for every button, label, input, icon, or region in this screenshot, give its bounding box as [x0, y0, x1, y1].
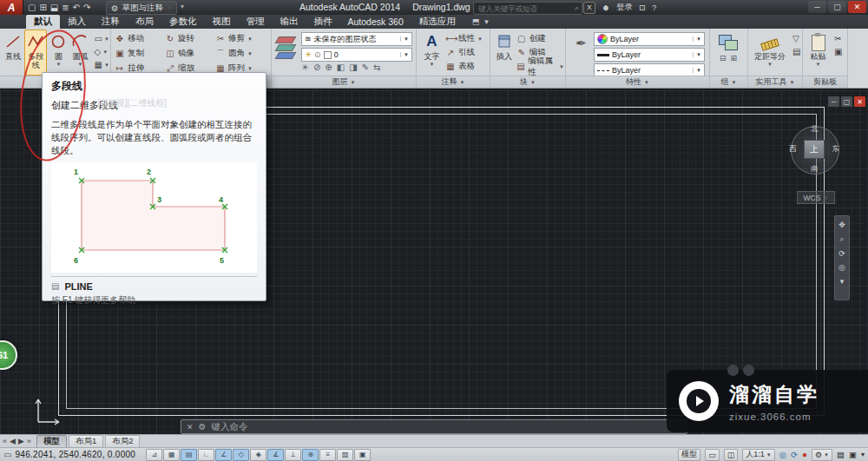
layer-lock-icon[interactable]: ◧	[337, 63, 345, 72]
circle-button[interactable]: 圆 ▼	[48, 30, 69, 76]
plot-icon[interactable]: ≣	[62, 3, 69, 12]
toggle-quick-properties[interactable]: ▣	[354, 449, 371, 461]
quick-select-icon[interactable]: ▽	[792, 33, 800, 44]
viewport-controls[interactable]: [-][俯视][二维线框]	[97, 97, 167, 109]
move-button[interactable]: ✥移动	[115, 31, 165, 46]
toggle-3d-osnap[interactable]: ◈	[250, 449, 266, 461]
panel-label-properties[interactable]: 特性▼	[566, 76, 709, 88]
new-file-icon[interactable]: ▢	[28, 3, 36, 12]
layer-off-icon[interactable]: ☀	[301, 63, 309, 72]
layer-combo[interactable]: ☀ ⊙ 0 ▼	[301, 48, 412, 62]
layer-prev-icon[interactable]: ⇆	[373, 63, 380, 72]
tab-output[interactable]: 输出	[273, 15, 306, 29]
cut-icon[interactable]: ✂	[834, 33, 842, 44]
tab-home[interactable]: 默认	[26, 15, 60, 29]
toggle-ortho[interactable]: ∟	[198, 449, 214, 461]
toggle-lineweight[interactable]: ≡	[319, 449, 336, 461]
panel-label-utilities[interactable]: 实用工具▼	[748, 76, 802, 88]
prev-tab-arrow[interactable]: ◀	[10, 437, 16, 445]
close-button[interactable]: ✕	[848, 1, 866, 13]
last-tab-arrow[interactable]: »	[27, 437, 31, 445]
layer-state-combo[interactable]: ≋ 未保存的图层状态 ▼	[301, 32, 412, 46]
qat-menu-caret[interactable]: ▾	[181, 3, 184, 10]
toggle-snap[interactable]: ▦	[163, 449, 180, 461]
panel-label-annotation[interactable]: 注释▼	[417, 76, 490, 88]
fillet-button[interactable]: ⌒圆角▼	[215, 46, 270, 61]
mirror-button[interactable]: ◫镜像	[165, 46, 215, 61]
tab-plugins[interactable]: 插件	[306, 15, 340, 29]
line-button[interactable]: 直线	[3, 30, 23, 76]
clean-screen-icon[interactable]: ▣	[849, 450, 857, 459]
tab-featured-apps[interactable]: 精选应用	[411, 15, 464, 29]
pan-icon[interactable]: ✥	[838, 221, 845, 229]
tab-manage[interactable]: 管理	[239, 15, 273, 29]
toggle-dynamic-input[interactable]: ⊕	[302, 449, 319, 461]
trim-button[interactable]: ✂修剪▼	[215, 31, 270, 46]
edit-attributes-button[interactable]: ▤编辑属性▼	[516, 60, 564, 73]
compass-south[interactable]: 南	[811, 164, 819, 175]
group-button[interactable]	[719, 35, 738, 50]
annotation-scale-button[interactable]: 人1:1▼	[742, 449, 774, 461]
steering-wheel-icon[interactable]: ◎	[838, 263, 845, 272]
quick-view-drawings-icon[interactable]: ◫	[724, 449, 739, 461]
layer-match-icon[interactable]: ◨	[349, 63, 357, 72]
match-properties-button[interactable]: ✒	[569, 31, 594, 53]
annotation-visibility-icon[interactable]: ◎	[779, 450, 786, 459]
ribbon-minimize-caret[interactable]: ▾	[484, 17, 489, 26]
tab-autodesk360[interactable]: Autodesk 360	[340, 15, 411, 29]
command-prompt[interactable]: 键入命令	[212, 421, 248, 433]
ucs-selector[interactable]: WCS ▼	[797, 191, 835, 204]
tab-layout1[interactable]: 布局1	[69, 435, 103, 448]
save-icon[interactable]: ⬓	[50, 3, 58, 12]
rotate-button[interactable]: ↻旋转	[165, 31, 215, 46]
leader-button[interactable]: ↗引线	[445, 46, 483, 59]
text-button[interactable]: A 文字 ▼	[419, 30, 444, 76]
command-line[interactable]: ✕ ⚙ 键入命令	[181, 419, 687, 434]
measure-button[interactable]: 定距等分 ▼	[751, 30, 789, 76]
compass-west[interactable]: 西	[789, 144, 797, 155]
workspace-selector[interactable]: ⚙ 草图与注释 ▼	[106, 1, 177, 15]
tab-layout2[interactable]: 布局2	[105, 435, 140, 448]
autodesk360-icon[interactable]: X	[583, 2, 595, 14]
status-menu-caret[interactable]: ▾	[861, 451, 865, 458]
rectangle-tool-button[interactable]: ▭▼	[95, 33, 109, 44]
linetype-combo[interactable]: ByLayer ▼	[594, 63, 705, 76]
layer-freeze-icon[interactable]: ⊕	[325, 63, 332, 72]
toggle-osnap[interactable]: ◇	[233, 449, 249, 461]
annotation-autoscale-icon[interactable]: ⟳	[791, 450, 798, 459]
doc-restore-button[interactable]: ▢	[841, 96, 852, 107]
tab-insert[interactable]: 插入	[60, 15, 94, 29]
ungroup-icon[interactable]: ⊟	[720, 54, 727, 63]
paste-button[interactable]: 粘贴 ▼	[806, 30, 831, 76]
first-tab-arrow[interactable]: «	[3, 437, 7, 445]
toggle-dynamic-ucs[interactable]: ⟂	[285, 449, 301, 461]
ribbon-state-icon[interactable]: ⬒	[472, 17, 480, 26]
help-search-box[interactable]: ⌕	[473, 2, 582, 15]
search-input[interactable]	[477, 3, 575, 14]
application-menu-button[interactable]: A	[0, 0, 23, 15]
ellipse-tool-button[interactable]: ◇▼	[95, 46, 109, 57]
view-cube[interactable]: 北 南 西 东 上	[788, 123, 840, 175]
navbar-menu-caret[interactable]: ▾	[840, 277, 845, 286]
command-customize-icon[interactable]: ⚙	[199, 422, 207, 431]
layer-properties-button[interactable]	[275, 33, 298, 71]
undo-icon[interactable]: ↶	[73, 3, 80, 12]
calculator-icon[interactable]: ▤	[792, 46, 800, 57]
linear-dimension-button[interactable]: ⟷线性▼	[445, 32, 483, 45]
doc-minimize-button[interactable]: ─	[828, 96, 839, 107]
tray-red-icon[interactable]: ●	[802, 450, 807, 459]
quick-view-layouts-icon[interactable]: ▭	[705, 449, 720, 461]
polyline-button[interactable]: 多段线	[24, 30, 47, 76]
object-color-combo[interactable]: ByLayer ▼	[594, 32, 705, 46]
toolbar-lock-icon[interactable]: ▤	[837, 450, 845, 459]
arc-button[interactable]: 圆弧 ▼	[69, 30, 90, 76]
hatch-tool-button[interactable]: ▦▼	[95, 59, 109, 70]
tab-layout[interactable]: 布局	[128, 15, 161, 29]
model-space-button[interactable]: 模型	[678, 449, 700, 461]
toggle-grid[interactable]: ▤	[181, 449, 197, 461]
table-button[interactable]: ▦表格	[445, 60, 483, 73]
create-block-button[interactable]: ▢创建	[516, 32, 564, 45]
redo-icon[interactable]: ↷	[83, 3, 90, 12]
compass-east[interactable]: 东	[832, 144, 840, 155]
panel-label-clipboard[interactable]: 剪贴板	[803, 76, 847, 88]
